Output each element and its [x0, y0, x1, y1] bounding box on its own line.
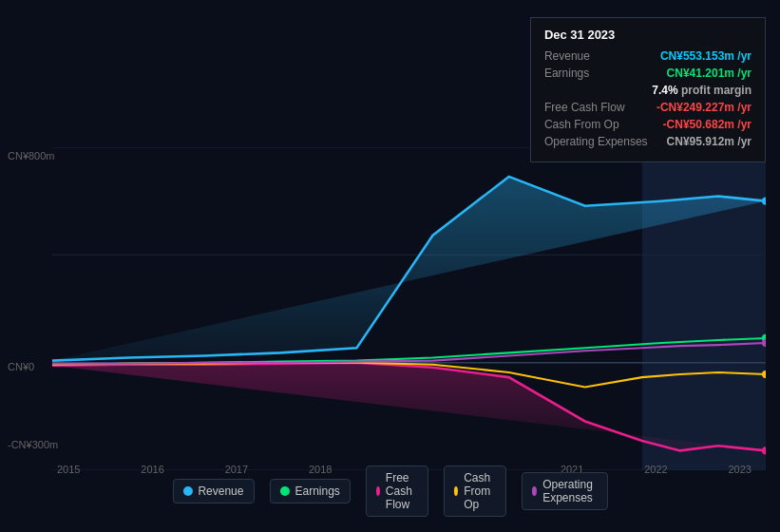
- x-label-2016: 2016: [141, 464, 163, 475]
- x-label-2015: 2015: [57, 464, 80, 475]
- tooltip-earnings-label: Earnings: [544, 66, 589, 80]
- tooltip-margin-row: 7.4% profit margin: [544, 84, 751, 97]
- legend-cashop-label: Cash From Op: [464, 471, 496, 511]
- tooltip-fcf-label: Free Cash Flow: [544, 101, 625, 114]
- tooltip-earnings-value: CN¥41.201m /yr: [667, 66, 751, 80]
- tooltip-fcf-row: Free Cash Flow -CN¥249.227m /yr: [544, 101, 751, 114]
- chart-legend: Revenue Earnings Free Cash Flow Cash Fro…: [172, 466, 607, 517]
- tooltip-date: Dec 31 2023: [544, 28, 751, 42]
- legend-cashop-dot: [454, 486, 458, 496]
- legend-fcf[interactable]: Free Cash Flow: [366, 466, 428, 517]
- x-label-2022: 2022: [644, 464, 667, 475]
- legend-earnings-label: Earnings: [295, 484, 339, 498]
- legend-earnings[interactable]: Earnings: [269, 479, 350, 504]
- legend-earnings-dot: [279, 486, 289, 496]
- tooltip-earnings-row: Earnings CN¥41.201m /yr: [544, 66, 751, 80]
- tooltip-revenue-value: CN¥553.153m /yr: [660, 49, 751, 63]
- y-label-bottom: -CN¥300m: [8, 439, 58, 450]
- legend-opex[interactable]: Operating Expenses: [522, 472, 608, 510]
- svg-rect-0: [642, 147, 766, 470]
- legend-cashop[interactable]: Cash From Op: [444, 466, 506, 517]
- tooltip-cashop-row: Cash From Op -CN¥50.682m /yr: [544, 118, 751, 131]
- legend-opex-dot: [532, 486, 537, 496]
- y-label-zero: CN¥0: [8, 361, 34, 372]
- tooltip-revenue-row: Revenue CN¥553.153m /yr: [544, 49, 751, 63]
- legend-fcf-dot: [376, 486, 380, 496]
- tooltip-fcf-value: -CN¥249.227m /yr: [656, 101, 751, 114]
- y-label-top: CN¥800m: [8, 150, 55, 162]
- legend-revenue[interactable]: Revenue: [172, 479, 254, 504]
- tooltip-revenue-label: Revenue: [544, 49, 590, 63]
- tooltip-margin-value: 7.4% profit margin: [652, 84, 751, 97]
- chart-container: Dec 31 2023 Revenue CN¥553.153m /yr Earn…: [0, 0, 780, 532]
- tooltip-cashop-value: -CN¥50.682m /yr: [663, 118, 751, 131]
- tooltip-opex-row: Operating Expenses CN¥95.912m /yr: [544, 135, 751, 148]
- legend-opex-label: Operating Expenses: [542, 478, 597, 504]
- tooltip-opex-label: Operating Expenses: [544, 135, 648, 148]
- chart-svg: [52, 147, 766, 470]
- tooltip-opex-value: CN¥95.912m /yr: [667, 135, 751, 148]
- x-label-2023: 2023: [729, 464, 751, 475]
- tooltip-cashop-label: Cash From Op: [544, 118, 619, 131]
- tooltip-box: Dec 31 2023 Revenue CN¥553.153m /yr Earn…: [530, 17, 766, 162]
- legend-revenue-dot: [182, 486, 192, 496]
- legend-revenue-label: Revenue: [198, 484, 243, 498]
- legend-fcf-label: Free Cash Flow: [386, 471, 418, 511]
